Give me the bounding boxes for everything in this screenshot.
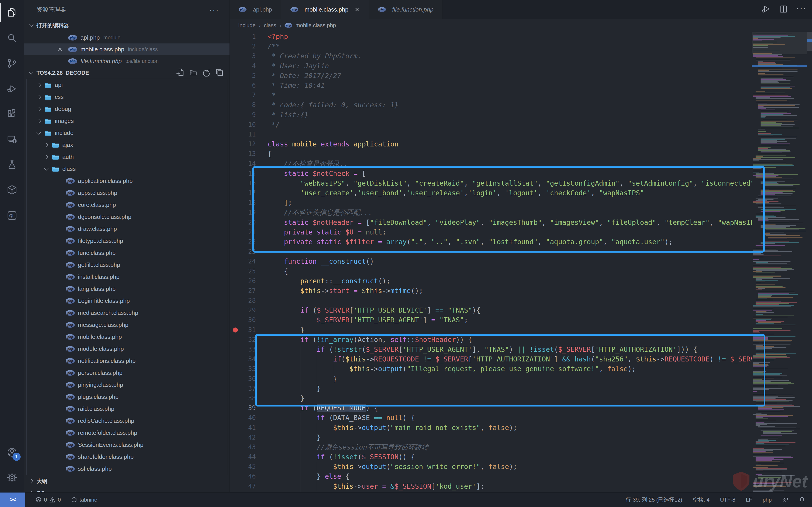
activity-source-control[interactable] — [0, 51, 24, 76]
tree-file-filetype.class.php[interactable]: phpfiletype.class.php — [27, 235, 227, 247]
tree-folder-images[interactable]: images — [27, 115, 227, 127]
activity-extensions[interactable] — [0, 101, 24, 127]
tree-file-pinying.class.php[interactable]: phppinying.class.php — [27, 379, 227, 391]
code-line[interactable]: * — [230, 90, 752, 100]
code-line[interactable]: $this->user = &$_SESSION['kod_user']; — [230, 482, 752, 491]
tree-folder-auth[interactable]: auth — [27, 151, 227, 163]
code-line[interactable]: 'user_create','user_bond','user_release'… — [230, 188, 752, 198]
code-line[interactable]: if (!isset($_SESSION)) { — [230, 452, 752, 462]
breadcrumb-item[interactable]: include — [238, 22, 256, 29]
tree-file-person.class.php[interactable]: phpperson.class.php — [27, 367, 227, 379]
code-line[interactable]: if (!strstr($_SERVER['HTTP_USER_AGENT'],… — [230, 344, 752, 354]
activity-search[interactable] — [0, 25, 24, 51]
code-line[interactable]: /** — [230, 42, 752, 51]
code-line[interactable]: * Time: 10:41 — [230, 80, 752, 90]
code-line[interactable]: } — [230, 325, 752, 335]
collapse-all-icon[interactable] — [215, 68, 223, 78]
more-actions-icon[interactable]: ··· — [209, 5, 219, 14]
open-editor-item[interactable]: phpmobile.class.phpinclude/class — [24, 44, 230, 55]
activity-run-debug[interactable] — [0, 76, 24, 101]
tree-file-dgconsole.class.php[interactable]: phpdgconsole.class.php — [27, 211, 227, 223]
activity-testing[interactable] — [0, 152, 24, 177]
code-line[interactable]: } else { — [230, 471, 752, 481]
tab-file.function.php[interactable]: phpfile.function.php — [369, 0, 443, 19]
code-line[interactable]: * list:{} — [230, 110, 752, 120]
tree-file-redisCache.class.php[interactable]: phpredisCache.class.php — [27, 415, 227, 427]
indentation-status[interactable]: 空格: 4 — [693, 496, 710, 503]
refresh-icon[interactable] — [202, 68, 210, 78]
code-line[interactable]: if ($_SERVER['HTTP_USER_DEVICE'] == "TNA… — [230, 305, 752, 315]
code-line[interactable]: if (!in_array(Action, self::$notHeader))… — [230, 335, 752, 344]
open-editor-item[interactable]: phpfile.function.phptos/lib/function — [24, 55, 230, 67]
code-line[interactable]: } — [230, 384, 752, 393]
tab-mobile.class.php[interactable]: phpmobile.class.php — [282, 0, 369, 19]
code-line[interactable]: * code:{ failed: 0, success: 1} — [230, 100, 752, 110]
breadcrumb[interactable]: include›class›phpmobile.class.php — [230, 19, 812, 32]
split-editor-icon[interactable] — [778, 4, 789, 15]
code-line[interactable]: private static $filter = array(".", ".."… — [230, 237, 752, 247]
editor-scrollbar[interactable] — [807, 32, 812, 493]
code-line[interactable]: //避免session不可写导致循环跳转 — [230, 442, 752, 452]
code-line[interactable]: * User: Jaylin — [230, 61, 752, 71]
new-file-icon[interactable] — [175, 68, 184, 78]
tree-folder-ajax[interactable]: ajax — [27, 139, 227, 151]
tree-file-apps.class.php[interactable]: phpapps.class.php — [27, 187, 227, 199]
more-actions-icon[interactable]: ··· — [796, 4, 807, 13]
tree-file-LoginTitle.class.php[interactable]: phpLoginTitle.class.php — [27, 295, 227, 307]
tree-file-install.class.php[interactable]: phpinstall.class.php — [27, 271, 227, 283]
tree-file-sharefolder.class.php[interactable]: phpsharefolder.class.php — [27, 451, 227, 463]
tree-folder-debug[interactable]: debug — [27, 103, 227, 115]
code-line[interactable]: private static $U = null; — [230, 227, 752, 237]
breadcrumb-file[interactable]: mobile.class.php — [295, 22, 336, 29]
code-line[interactable]: { — [230, 149, 752, 159]
cursor-position[interactable]: 行 39, 列 25 (已选择12) — [626, 496, 682, 503]
code-line[interactable]: class mobile extends application — [230, 139, 752, 149]
tree-file-plugs.class.php[interactable]: phpplugs.class.php — [27, 391, 227, 403]
code-line[interactable]: { — [230, 266, 752, 276]
code-line[interactable]: //不验证头信息是否匹配... — [230, 208, 752, 217]
activity-codeql[interactable]: QL — [0, 203, 24, 228]
tree-file-lang.class.php[interactable]: phplang.class.php — [27, 283, 227, 295]
close-icon[interactable] — [354, 7, 360, 12]
code-line[interactable]: } — [230, 393, 752, 403]
tree-folder-api[interactable]: api — [27, 79, 227, 91]
problems-status[interactable]: 0 0 — [35, 497, 61, 503]
tree-file-ssl.class.php[interactable]: phpssl.class.php — [27, 463, 227, 475]
minimap[interactable] — [752, 32, 807, 493]
tree-file-draw.class.php[interactable]: phpdraw.class.php — [27, 223, 227, 235]
code-line[interactable] — [230, 296, 752, 305]
code-line[interactable]: static $notHeader = ["fileDownload", "vi… — [230, 218, 752, 227]
tree-file-mobile.class.php[interactable]: phpmobile.class.php — [27, 331, 227, 343]
breadcrumb-item[interactable]: class — [264, 22, 276, 29]
tree-file-getfile.class.php[interactable]: phpgetfile.class.php — [27, 259, 227, 271]
new-folder-icon[interactable] — [189, 68, 197, 78]
open-editor-item[interactable]: phpapi.phpmodule — [24, 32, 230, 44]
tree-file-module.class.php[interactable]: phpmodule.class.php — [27, 343, 227, 355]
code-line[interactable]: function __construct() — [230, 257, 752, 266]
tree-file-remotefolder.class.php[interactable]: phpremotefolder.class.php — [27, 427, 227, 439]
tree-file-SessionEvents.class.php[interactable]: phpSessionEvents.class.php — [27, 439, 227, 451]
tab-api.php[interactable]: phpapi.php — [230, 0, 282, 19]
section-大纲[interactable]: 大纲 — [24, 475, 230, 487]
tree-file-message.class.php[interactable]: phpmessage.class.php — [27, 319, 227, 331]
code-line[interactable]: */ — [230, 120, 752, 129]
code-line[interactable]: "webNasIPS", "getDiskList", "createRaid"… — [230, 178, 752, 188]
workspace-header[interactable]: TOS4.2.28_DECODE — [24, 67, 230, 79]
code-lines[interactable]: <?php/** * Created by PhpStorm. * User: … — [230, 32, 752, 493]
tree-file-mediasearch.class.php[interactable]: phpmediasearch.class.php — [27, 307, 227, 319]
feedback-icon[interactable] — [782, 497, 789, 503]
code-line[interactable] — [230, 247, 752, 257]
close-icon[interactable] — [57, 47, 63, 52]
tree-file-notifications.class.php[interactable]: phpnotifications.class.php — [27, 355, 227, 367]
open-editors-header[interactable]: 打开的编辑器 — [24, 19, 230, 32]
code-line[interactable]: ]; — [230, 198, 752, 208]
code-line[interactable]: } — [230, 433, 752, 442]
code-editor[interactable]: 1234567891011121314151617181920212223242… — [230, 32, 752, 493]
code-line[interactable]: $this->output("main raid not exists", fa… — [230, 423, 752, 433]
tree-file-func.class.php[interactable]: phpfunc.class.php — [27, 247, 227, 259]
breakpoint-dot[interactable] — [233, 328, 238, 333]
code-line[interactable]: * Created by PhpStorm. — [230, 51, 752, 61]
activity-settings[interactable] — [0, 465, 24, 490]
code-line[interactable]: parent::__construct(); — [230, 276, 752, 286]
tree-file-core.class.php[interactable]: phpcore.class.php — [27, 199, 227, 211]
